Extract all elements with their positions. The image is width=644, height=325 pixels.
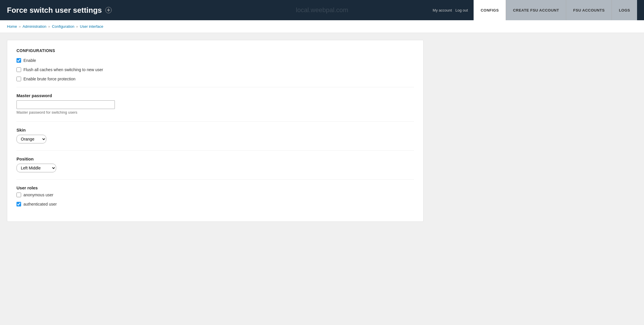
role-row-authenticated: authenticated user [16, 202, 414, 206]
master-password-input[interactable] [16, 100, 115, 109]
checkbox-enable[interactable] [16, 58, 21, 63]
log-out-link[interactable]: Log out [455, 8, 468, 12]
user-roles-label: User roles [16, 185, 414, 190]
breadcrumb-separator: » [76, 24, 78, 29]
checkbox-label-enable[interactable]: Enable [16, 58, 36, 63]
checkbox-row-enable: Enable [16, 58, 414, 63]
tab-logs[interactable]: LOGS [612, 0, 637, 20]
checkboxes-container: EnableFlush all caches when switching to… [16, 58, 414, 81]
breadcrumb-separator: » [48, 24, 50, 29]
header-links: My account Log out [433, 8, 468, 12]
skin-select[interactable]: OrangeBlueGreenRedDefault [16, 135, 46, 143]
my-account-link[interactable]: My account [433, 8, 452, 12]
tab-fsu-accounts[interactable]: FSU ACCOUNTS [566, 0, 612, 20]
role-text-anonymous: anonymous user [23, 193, 54, 197]
checkbox-text-brute-force: Enable brute force protection [23, 77, 76, 81]
checkbox-flush-caches[interactable] [16, 67, 21, 72]
master-password-group: Master password Master password for swit… [16, 93, 414, 115]
watermark: local.weebpal.com [296, 6, 348, 14]
checkbox-text-enable: Enable [23, 58, 36, 63]
breadcrumb-item-3[interactable]: User interface [80, 24, 103, 29]
checkbox-text-flush-caches: Flush all caches when switching to new u… [23, 67, 103, 72]
role-label-anonymous[interactable]: anonymous user [16, 193, 54, 197]
user-roles-group: User roles anonymous userauthenticated u… [16, 185, 414, 206]
user-roles-container: anonymous userauthenticated user [16, 193, 414, 206]
role-label-authenticated[interactable]: authenticated user [16, 202, 57, 206]
main-content: CONFIGURATIONS EnableFlush all caches wh… [0, 33, 644, 229]
header-right: My account Log out CONFIGSCREATE FSU ACC… [433, 0, 637, 20]
nav-tabs: CONFIGSCREATE FSU ACCOUNTFSU ACCOUNTSLOG… [474, 0, 637, 20]
skin-label: Skin [16, 128, 414, 132]
breadcrumb-item-2[interactable]: Configuration [52, 24, 74, 29]
breadcrumb: Home»Administration»Configuration»User i… [0, 20, 644, 33]
tab-configs[interactable]: CONFIGS [474, 0, 506, 20]
header-left: Force switch user settings + [7, 6, 112, 15]
role-row-anonymous: anonymous user [16, 193, 414, 197]
breadcrumb-item-1[interactable]: Administration [23, 24, 46, 29]
role-text-authenticated: authenticated user [23, 202, 57, 206]
breadcrumb-item-0[interactable]: Home [7, 24, 17, 29]
position-select[interactable]: Left MiddleLeft TopLeft BottomRight TopR… [16, 164, 56, 172]
section-title: CONFIGURATIONS [16, 48, 414, 53]
config-card: CONFIGURATIONS EnableFlush all caches wh… [7, 40, 424, 222]
position-group: Position Left MiddleLeft TopLeft BottomR… [16, 156, 414, 172]
role-checkbox-authenticated[interactable] [16, 202, 21, 206]
master-password-description: Master password for switching users [16, 110, 414, 115]
role-checkbox-anonymous[interactable] [16, 193, 21, 197]
checkbox-label-brute-force[interactable]: Enable brute force protection [16, 77, 76, 81]
header: Force switch user settings + local.weebp… [0, 0, 644, 20]
page-title: Force switch user settings [7, 6, 102, 15]
position-label: Position [16, 156, 414, 161]
breadcrumb-separator: » [19, 24, 21, 29]
tab-create-fsu-account[interactable]: CREATE FSU ACCOUNT [506, 0, 566, 20]
checkbox-row-flush-caches: Flush all caches when switching to new u… [16, 67, 414, 72]
plus-icon: + [105, 7, 112, 13]
skin-group: Skin OrangeBlueGreenRedDefault [16, 128, 414, 143]
checkbox-row-brute-force: Enable brute force protection [16, 77, 414, 81]
checkbox-label-flush-caches[interactable]: Flush all caches when switching to new u… [16, 67, 103, 72]
checkbox-brute-force[interactable] [16, 77, 21, 81]
master-password-label: Master password [16, 93, 414, 98]
